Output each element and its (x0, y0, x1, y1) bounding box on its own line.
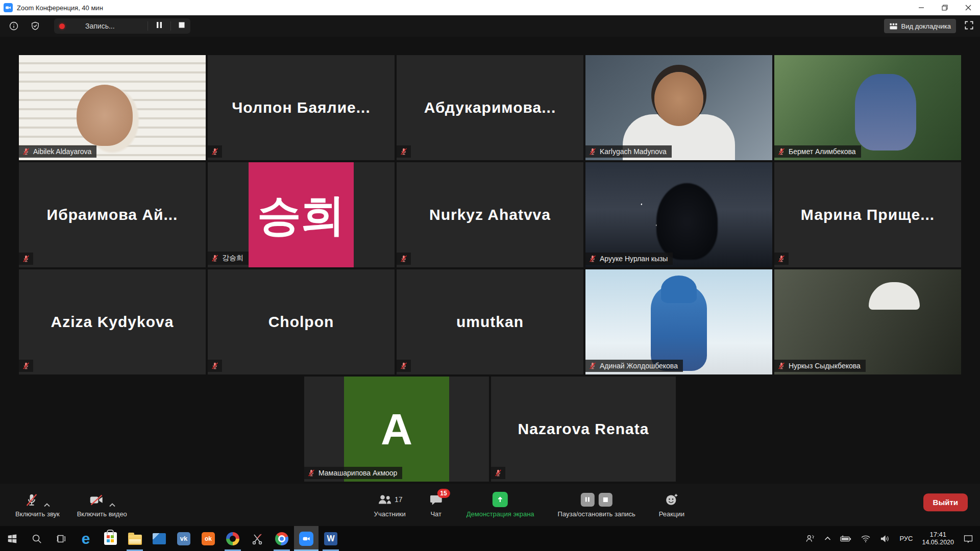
participants-button[interactable]: 17 Участники (374, 492, 406, 518)
meeting-topbar: Запись... Вид докладчика (0, 15, 980, 37)
participant-label-text: Бермет Алимбекова (789, 147, 856, 156)
pause-stop-recording-button[interactable]: Пауза/остановить запись (558, 492, 635, 518)
zoom-app-icon[interactable] (294, 526, 318, 551)
participant-tile[interactable]: Aibilek Aldayarova (19, 55, 206, 160)
unmute-label: Включить звук (15, 510, 60, 518)
meeting-info-button[interactable] (6, 18, 21, 34)
participant-tile[interactable]: Ибраимова Ай... (19, 162, 206, 267)
participant-name: umutkan (397, 269, 583, 374)
participant-name-label (774, 253, 789, 265)
vk-icon[interactable]: vk (172, 526, 196, 551)
pause-record-icon[interactable] (581, 493, 595, 507)
participant-avatar: 승희 (249, 162, 354, 267)
security-shield-icon[interactable] (28, 18, 43, 34)
participant-tile[interactable]: Aziza Kydykova (19, 269, 206, 374)
muted-mic-icon (24, 493, 39, 507)
start-video-label: Включить видео (77, 510, 127, 518)
participant-tile[interactable]: Cholpon (208, 269, 395, 374)
speaker-view-button[interactable]: Вид докладчика (884, 19, 956, 33)
participant-tile[interactable]: Чолпон Баялие... (208, 55, 395, 160)
share-screen-button[interactable]: Демонстрация экрана (467, 492, 534, 518)
participants-label: Участники (374, 510, 406, 518)
odnoklassniki-icon[interactable]: ok (196, 526, 220, 551)
chrome-icon[interactable] (270, 526, 294, 551)
chevron-up-icon[interactable] (109, 503, 115, 507)
leave-meeting-button[interactable]: Выйти (923, 493, 968, 511)
action-center-icon[interactable] (960, 526, 977, 551)
muted-mic-icon (589, 255, 597, 263)
participant-name-label: Нуркыз Сыдыкбекова (774, 360, 866, 372)
participant-name-label: Мамашарипова Акмоор (304, 467, 402, 479)
participant-label-text: Мамашарипова Акмоор (318, 469, 397, 477)
clock[interactable]: 17:41 14.05.2020 (918, 526, 958, 551)
participant-video (774, 269, 961, 374)
record-label: Пауза/остановить запись (558, 510, 635, 518)
participant-video (774, 55, 961, 160)
stop-recording-button[interactable] (178, 21, 185, 31)
participant-tile[interactable]: Арууке Нурлан кызы (585, 162, 772, 267)
grid-row: Aziza Kydykova Cholpon umutkan (0, 269, 980, 374)
participant-tile[interactable]: umutkan (397, 269, 583, 374)
participant-name-label: Адинай Жолдошбекова (585, 360, 683, 372)
volume-icon[interactable] (876, 526, 894, 551)
start-video-button[interactable]: Включить видео (77, 492, 127, 518)
participant-name-label (491, 467, 505, 479)
restore-button[interactable] (933, 0, 957, 15)
participant-tile[interactable]: 승희 강승희 (208, 162, 395, 267)
participant-tile[interactable]: Адинай Жолдошбекова (585, 269, 772, 374)
muted-mic-icon (777, 255, 786, 263)
participant-name-label: Aibilek Aldayarova (19, 145, 96, 158)
participant-tile[interactable]: Nurkyz Ahatvva (397, 162, 583, 267)
stop-record-icon[interactable] (599, 493, 612, 507)
participant-tile[interactable]: A Мамашарипова Акмоор (304, 377, 489, 482)
muted-mic-icon (22, 147, 30, 156)
file-explorer-icon[interactable] (122, 526, 147, 551)
share-screen-label: Демонстрация экрана (467, 510, 534, 518)
share-screen-icon (493, 492, 508, 507)
chevron-up-icon[interactable] (44, 503, 50, 507)
participant-video (585, 162, 772, 267)
participant-tile[interactable]: Karlygach Madynova (585, 55, 772, 160)
snipping-tool-icon[interactable] (245, 526, 270, 551)
language-indicator[interactable]: РУС (896, 526, 916, 551)
chat-button[interactable]: 15 Чат (429, 492, 443, 518)
close-button[interactable] (957, 0, 980, 15)
people-tray-icon[interactable] (801, 526, 819, 551)
participant-tile[interactable]: Нуркыз Сыдыкбекова (774, 269, 961, 374)
wifi-icon[interactable] (857, 526, 874, 551)
participant-name-label: Арууке Нурлан кызы (585, 253, 673, 265)
task-view-button[interactable] (49, 526, 74, 551)
chat-label: Чат (430, 510, 442, 518)
browser-ring-icon[interactable] (220, 526, 245, 551)
chat-unread-badge: 15 (437, 489, 450, 498)
participant-tile[interactable]: Марина Прище... (774, 162, 961, 267)
muted-mic-icon (777, 362, 786, 370)
microsoft-store-icon[interactable] (98, 526, 122, 551)
unmute-button[interactable]: Включить звук (15, 492, 60, 518)
participant-name-label (397, 145, 411, 158)
start-button[interactable] (0, 526, 24, 551)
participant-name-label: Бермет Алимбекова (774, 145, 861, 158)
participant-tile[interactable]: Nazarova Renata (491, 377, 676, 482)
hidden-icons-chevron[interactable] (821, 526, 835, 551)
muted-mic-icon (211, 254, 219, 262)
muted-mic-icon (494, 469, 502, 477)
battery-icon[interactable] (837, 526, 855, 551)
participant-label-text: Aibilek Aldayarova (33, 147, 91, 156)
avatar-initials: 승희 (257, 193, 345, 237)
participant-tile[interactable]: Бермет Алимбекова (774, 55, 961, 160)
pause-recording-button[interactable] (155, 21, 163, 31)
minimize-button[interactable] (910, 0, 933, 15)
participant-grid: Aibilek Aldayarova Чолпон Баялие... Абду… (0, 37, 980, 484)
fullscreen-button[interactable] (964, 20, 974, 32)
muted-mic-icon (400, 147, 408, 156)
participant-tile[interactable]: Абдукаримова... (397, 55, 583, 160)
grid-row: Aibilek Aldayarova Чолпон Баялие... Абду… (0, 55, 980, 160)
edge-browser-icon[interactable]: e (74, 526, 98, 551)
mail-icon[interactable] (147, 526, 172, 551)
muted-mic-icon (211, 362, 219, 370)
search-icon[interactable] (24, 526, 49, 551)
reactions-button[interactable]: Реакции (659, 492, 684, 518)
gallery-view-icon (889, 22, 898, 30)
word-icon[interactable]: W (318, 526, 343, 551)
